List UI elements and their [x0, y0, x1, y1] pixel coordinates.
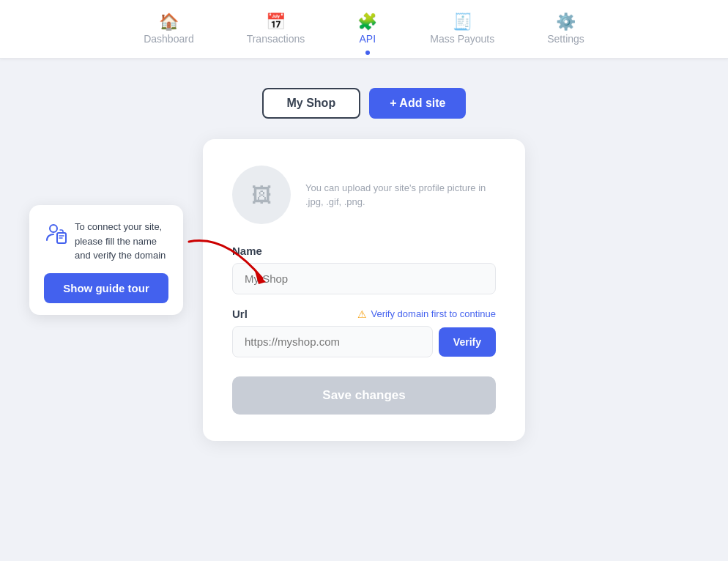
settings-icon: ⚙️	[556, 14, 576, 30]
guide-text: To connect your site, please fill the na…	[75, 220, 168, 263]
profile-picture[interactable]: 🖼	[232, 166, 291, 224]
profile-hint-text: You can upload your site's profile pictu…	[305, 181, 496, 209]
url-input[interactable]	[232, 326, 433, 357]
verify-button[interactable]: Verify	[439, 327, 496, 357]
verify-warning: ⚠ Verify domain first to continue	[357, 308, 496, 320]
transactions-icon: 📅	[266, 14, 286, 30]
guide-icon	[44, 221, 67, 250]
nav-item-transactions[interactable]: 📅 Transactions	[238, 8, 314, 51]
my-shop-tab[interactable]: My Shop	[262, 88, 361, 119]
warning-icon: ⚠	[357, 308, 367, 320]
nav-label-dashboard: Dashboard	[144, 33, 194, 45]
show-guide-tour-button[interactable]: Show guide tour	[44, 273, 168, 303]
save-changes-button[interactable]: Save changes	[232, 376, 496, 415]
nav-item-settings[interactable]: ⚙️ Settings	[538, 8, 593, 51]
api-icon: 🧩	[357, 14, 377, 30]
name-label: Name	[232, 245, 496, 257]
dashboard-icon: 🏠	[159, 14, 179, 30]
image-placeholder-icon: 🖼	[251, 183, 272, 207]
svg-point-0	[50, 225, 57, 232]
top-navigation: 🏠 Dashboard 📅 Transactions 🧩 API 🧾 Mass …	[0, 0, 728, 59]
name-input[interactable]	[232, 263, 496, 294]
url-label: Url	[232, 308, 248, 320]
name-form-group: Name	[232, 245, 496, 294]
mass-payouts-icon: 🧾	[453, 14, 472, 30]
main-content: My Shop + Add site 🖼 You can upload your…	[0, 59, 728, 441]
guide-card-top: To connect your site, please fill the na…	[44, 220, 168, 263]
guide-tour-card: To connect your site, please fill the na…	[29, 205, 183, 315]
nav-item-api[interactable]: 🧩 API	[349, 8, 386, 51]
verify-warning-text: Verify domain first to continue	[371, 308, 496, 319]
profile-pic-area: 🖼 You can upload your site's profile pic…	[232, 166, 496, 224]
site-settings-card: 🖼 You can upload your site's profile pic…	[203, 139, 525, 441]
nav-item-dashboard[interactable]: 🏠 Dashboard	[135, 8, 203, 51]
nav-label-transactions: Transactions	[247, 33, 305, 45]
url-label-row: Url ⚠ Verify domain first to continue	[232, 308, 496, 320]
tab-row: My Shop + Add site	[262, 88, 467, 119]
url-input-row: Verify	[232, 326, 496, 357]
add-site-button[interactable]: + Add site	[369, 88, 466, 119]
nav-label-mass-payouts: Mass Payouts	[430, 33, 494, 45]
nav-label-settings: Settings	[547, 33, 584, 45]
url-form-group: Url ⚠ Verify domain first to continue Ve…	[232, 308, 496, 357]
nav-label-api: API	[360, 33, 376, 45]
nav-item-mass-payouts[interactable]: 🧾 Mass Payouts	[421, 8, 503, 51]
